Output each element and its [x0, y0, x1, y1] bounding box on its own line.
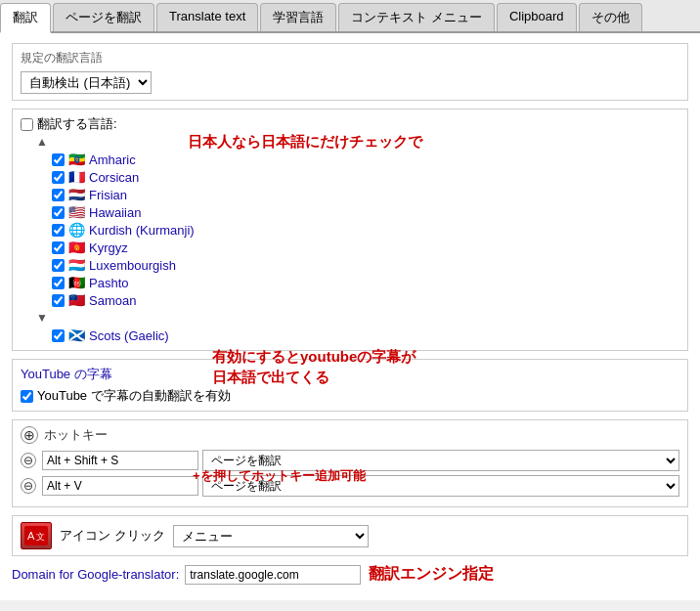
- youtube-checkbox[interactable]: [21, 390, 33, 403]
- svg-text:A: A: [27, 530, 35, 542]
- flag-kyrgyz: 🇰🇬: [68, 240, 85, 255]
- youtube-check-row: YouTube で字幕の自動翻訳を有効: [21, 387, 679, 405]
- lang-luxembourgish-link[interactable]: Luxembourgish: [89, 258, 176, 273]
- lang-group-2-header: ▼: [21, 311, 679, 325]
- lang-corsican-check[interactable]: [52, 171, 65, 184]
- list-item: 🇼🇸 Samoan: [52, 291, 679, 309]
- lang-hawaiian-link[interactable]: Hawaiian: [89, 205, 141, 220]
- lang-kurdish-link[interactable]: Kurdish (Kurmanji): [89, 223, 195, 238]
- tab-other[interactable]: その他: [579, 3, 642, 31]
- lang-frisian-check[interactable]: [52, 189, 65, 201]
- lang-samoan-check[interactable]: [52, 294, 65, 307]
- lang-scots-link[interactable]: Scots (Gaelic): [89, 328, 169, 343]
- list-item: 🇱🇺 Luxembourgish: [52, 256, 679, 274]
- lang-kyrgyz-check[interactable]: [52, 241, 65, 254]
- list-item: 🏴󠁧󠁢󠁳󠁣󠁴󠁿 Scots (Gaelic): [52, 327, 679, 344]
- hotkey-title: ホットキー: [44, 426, 108, 444]
- lang-group-1-header: ▲: [21, 135, 679, 149]
- translate-lang-section: 翻訳する言語: ▲ 🇪🇹 Amharic 🇫🇷 Corsican: [12, 109, 688, 351]
- icon-click-section: A 文 アイコン クリック メニュー 翻訳 設定: [12, 515, 688, 556]
- flag-samoan: 🇼🇸: [68, 292, 85, 308]
- tab-context-menu[interactable]: コンテキスト メニュー: [338, 3, 495, 31]
- flag-kurdish: 🌐: [68, 222, 85, 238]
- lang-pashto-link[interactable]: Pashto: [89, 276, 128, 290]
- hotkey-row-1: ⊖ ページを翻訳 クリップボードから翻訳: [21, 450, 679, 471]
- icon-click-label: アイコン クリック: [60, 527, 165, 545]
- tab-translate-text[interactable]: Translate text: [156, 3, 258, 31]
- lang-samoan-link[interactable]: Samoan: [89, 293, 136, 308]
- list-item: 🇦🇫 Pashto: [52, 274, 679, 291]
- default-lang-select[interactable]: 自動検出 (日本語): [21, 71, 152, 94]
- remove-hotkey-2-button[interactable]: ⊖: [21, 478, 36, 494]
- list-item: 🇫🇷 Corsican: [52, 168, 679, 186]
- flag-scots: 🏴󠁧󠁢󠁳󠁣󠁴󠁿: [68, 327, 85, 343]
- lang-pashto-check[interactable]: [52, 277, 65, 289]
- domain-label: Domain for Google-translator:: [12, 567, 179, 582]
- flag-frisian: 🇳🇱: [68, 187, 85, 202]
- lang-list-2: 🏴󠁧󠁢󠁳󠁣󠁴󠁿 Scots (Gaelic): [21, 327, 679, 344]
- lang-kurdish-check[interactable]: [52, 224, 65, 237]
- translate-lang-checkbox[interactable]: [21, 118, 33, 131]
- lang-kyrgyz-link[interactable]: Kyrgyz: [89, 240, 128, 255]
- content: 日本人なら日本語にだけチェックで 規定の翻訳言語 自動検出 (日本語) 翻訳する…: [0, 33, 700, 600]
- domain-section: Domain for Google-translator: 翻訳エンジン指定: [12, 564, 688, 585]
- hotkey-header: ⊕ ホットキー: [21, 426, 679, 444]
- svg-text:文: 文: [36, 532, 45, 542]
- lang-list: 🇪🇹 Amharic 🇫🇷 Corsican 🇳🇱 Frisian 🇺🇸: [21, 151, 679, 309]
- lang-hawaiian-check[interactable]: [52, 206, 65, 219]
- flag-hawaiian: 🇺🇸: [68, 204, 85, 220]
- main-area: 日本人なら日本語にだけチェックで 規定の翻訳言語 自動検出 (日本語) 翻訳する…: [12, 43, 688, 585]
- list-item: 🌐 Kurdish (Kurmanji): [52, 221, 679, 239]
- hotkey-action-2-select[interactable]: ページを翻訳 クリップボードから翻訳: [202, 475, 679, 497]
- tab-clipboard[interactable]: Clipboard: [497, 3, 577, 31]
- flag-amharic: 🇪🇹: [68, 152, 85, 167]
- hotkey-action-1-select[interactable]: ページを翻訳 クリップボードから翻訳: [202, 450, 679, 471]
- lang-amharic-link[interactable]: Amharic: [89, 153, 136, 167]
- remove-hotkey-1-button[interactable]: ⊖: [21, 453, 36, 468]
- lang-scots-check[interactable]: [52, 329, 65, 342]
- hotkey-key-1-input[interactable]: [42, 451, 198, 470]
- lang-amharic-check[interactable]: [52, 153, 65, 166]
- default-lang-title: 規定の翻訳言語: [21, 50, 679, 66]
- hotkey-row-2: ⊖ ページを翻訳 クリップボードから翻訳: [21, 475, 679, 497]
- default-lang-section: 規定の翻訳言語 自動検出 (日本語): [12, 43, 688, 101]
- hotkey-key-2-input[interactable]: [42, 476, 198, 496]
- lang-corsican-link[interactable]: Corsican: [89, 170, 139, 185]
- domain-annotation: 翻訳エンジン指定: [369, 564, 494, 585]
- hotkey-section: ⊕ ホットキー ⊖ ページを翻訳 クリップボードから翻訳 ⊖ ページを翻訳 クリ…: [12, 419, 688, 507]
- translate-lang-header: 翻訳する言語:: [21, 115, 679, 133]
- list-item: 🇺🇸 Hawaiian: [52, 203, 679, 221]
- flag-corsican: 🇫🇷: [68, 169, 85, 185]
- lang-frisian-link[interactable]: Frisian: [89, 188, 127, 202]
- domain-input[interactable]: [185, 565, 361, 585]
- youtube-section: YouTube の字幕 YouTube で字幕の自動翻訳を有効: [12, 359, 688, 412]
- icon-image: A 文: [21, 522, 52, 549]
- lang-luxembourgish-check[interactable]: [52, 259, 65, 272]
- flag-pashto: 🇦🇫: [68, 275, 85, 290]
- tab-learn-lang[interactable]: 学習言語: [260, 3, 336, 31]
- tab-translate[interactable]: 翻訳: [0, 3, 51, 33]
- list-item: 🇳🇱 Frisian: [52, 186, 679, 203]
- flag-luxembourgish: 🇱🇺: [68, 257, 85, 273]
- list-item: 🇰🇬 Kyrgyz: [52, 239, 679, 256]
- youtube-title: YouTube の字幕: [21, 366, 679, 383]
- icon-click-select[interactable]: メニュー 翻訳 設定: [173, 525, 369, 547]
- tab-page-translate[interactable]: ページを翻訳: [53, 3, 154, 31]
- translate-lang-title: 翻訳する言語:: [37, 115, 117, 133]
- youtube-check-label: YouTube で字幕の自動翻訳を有効: [37, 387, 231, 405]
- tab-bar: 翻訳 ページを翻訳 Translate text 学習言語 コンテキスト メニュ…: [0, 0, 700, 33]
- translate-icon: A 文: [24, 526, 48, 546]
- add-hotkey-button[interactable]: ⊕: [21, 426, 38, 444]
- list-item: 🇪🇹 Amharic: [52, 151, 679, 168]
